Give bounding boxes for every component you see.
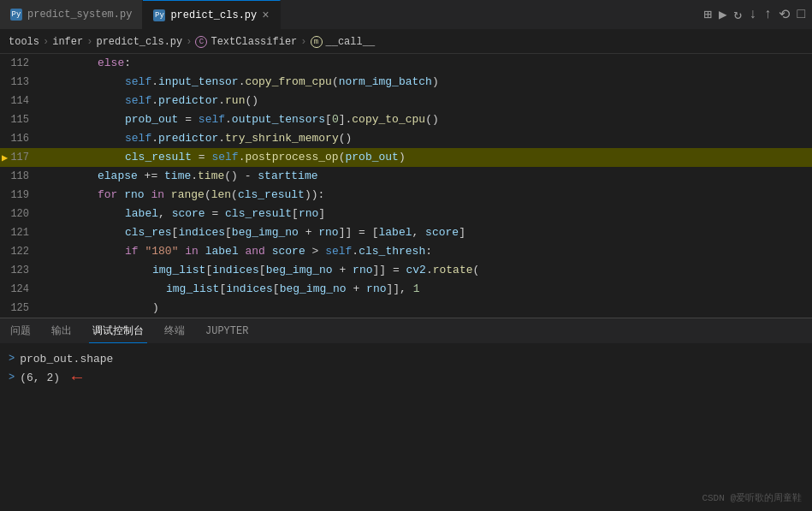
code-content-119: for rno in range(len(cls_result)):	[43, 186, 324, 205]
line-number-124: 124	[0, 283, 43, 295]
prompt-arrow-icon: >	[9, 353, 15, 365]
code-line-123: 123 img_list[indices[beg_img_no + rno]] …	[0, 261, 812, 280]
line-number-116: 116	[0, 133, 43, 145]
breadcrumb-sep-4: ›	[300, 36, 306, 48]
breadcrumb-method-icon: m	[311, 36, 323, 48]
close-icon[interactable]: ×	[262, 9, 269, 21]
code-content-118: elapse += time.time() - starttime	[43, 167, 318, 186]
tab-actions: ⊞ ▶ ↻ ↓ ↑ ⟲ □	[703, 6, 812, 23]
line-number-118: 118	[0, 170, 43, 182]
tab-terminal-label: 终端	[164, 324, 185, 338]
tab-predict-cls[interactable]: Py predict_cls.py ×	[143, 0, 280, 29]
watermark: CSDN @爱听歌的周童鞋	[702, 491, 802, 504]
tabs-container: Py predict_system.py Py predict_cls.py ×	[0, 0, 281, 29]
code-content-125: )	[43, 299, 159, 318]
line-number-123: 123	[0, 264, 43, 276]
breadcrumb-file[interactable]: predict_cls.py	[96, 36, 182, 48]
code-content-116: self.predictor.try_shrink_memory()	[43, 129, 352, 148]
code-content-120: label, score = cls_result[rno]	[43, 205, 325, 223]
line-number-112: 112	[0, 57, 43, 69]
line-number-117: ▶ 117	[0, 152, 43, 163]
line-number-125: 125	[0, 302, 43, 314]
tab-predict-system[interactable]: Py predict_system.py	[0, 0, 143, 29]
code-content-123: img_list[indices[beg_img_no + rno]] = cv…	[43, 261, 479, 280]
terminal-output: (6, 2)	[20, 371, 60, 384]
prompt-arrow-2-icon: >	[9, 371, 15, 383]
line-number-119: 119	[0, 189, 43, 201]
code-line-113: 113 self.input_tensor.copy_from_cpu(norm…	[0, 73, 812, 92]
tab-debug-label: 调试控制台	[92, 324, 144, 338]
code-line-116: 116 self.predictor.try_shrink_memory()	[0, 129, 812, 148]
code-content-115: prob_out = self.output_tensors[0].copy_t…	[43, 110, 439, 129]
code-content-122: if "180" in label and score > self.cls_t…	[43, 242, 432, 261]
code-line-112: 112 else:	[0, 54, 812, 73]
line-number-115: 115	[0, 114, 43, 126]
refresh-icon[interactable]: ↻	[734, 6, 743, 23]
code-line-122: 122 if "180" in label and score > self.c…	[0, 242, 812, 261]
breadcrumb-sep-3: ›	[186, 36, 192, 48]
code-line-119: 119 for rno in range(len(cls_result)):	[0, 186, 812, 205]
tab-terminal[interactable]: 终端	[161, 318, 188, 343]
download-icon[interactable]: ↓	[749, 7, 757, 22]
red-arrow-icon: ←	[72, 368, 82, 388]
line-number-120: 120	[0, 208, 43, 220]
terminal-panel: 问题 输出 调试控制台 终端 JUPYTER > prob_out.shape …	[0, 318, 812, 392]
code-line-121: 121 cls_res[indices[beg_img_no + rno]] =…	[0, 223, 812, 242]
code-line-120: 120 label, score = cls_result[rno]	[0, 205, 812, 223]
code-line-114: 114 self.predictor.run()	[0, 92, 812, 110]
code-editor: 112 else: 113 self.input_tensor.copy_fro…	[0, 54, 812, 318]
breadcrumb-class-icon: C	[195, 36, 207, 48]
breadcrumb-tools[interactable]: tools	[9, 36, 39, 48]
code-content-114: self.predictor.run()	[43, 92, 258, 110]
tab-jupyter-label: JUPYTER	[205, 325, 248, 337]
line-number-121: 121	[0, 227, 43, 239]
breadcrumb-class[interactable]: TextClassifier	[210, 36, 297, 48]
tab-problems[interactable]: 问题	[7, 318, 34, 343]
code-content-117: cls_result = self.postprocess_op(prob_ou…	[43, 148, 406, 167]
tab-bar: Py predict_system.py Py predict_cls.py ×…	[0, 0, 812, 30]
code-line-124: 124 img_list[indices[beg_img_no + rno]],…	[0, 280, 812, 299]
tab-label-predict-cls: predict_cls.py	[170, 9, 257, 21]
tab-output-label: 输出	[51, 324, 72, 338]
maximize-icon[interactable]: □	[797, 7, 805, 22]
code-content-113: self.input_tensor.copy_from_cpu(norm_img…	[43, 73, 439, 92]
breadcrumb-infer[interactable]: infer	[52, 36, 83, 48]
tab-label-predict-system: predict_system.py	[27, 9, 132, 21]
run-icon[interactable]: ▶	[719, 6, 727, 23]
line-number-122: 122	[0, 246, 43, 258]
tab-jupyter[interactable]: JUPYTER	[202, 318, 252, 343]
breadcrumb: tools › infer › predict_cls.py › C TextC…	[0, 30, 812, 54]
split-editor-icon[interactable]: ⊞	[703, 6, 712, 23]
tab-icon-predict-system: Py	[10, 9, 22, 21]
terminal-line-1: > prob_out.shape	[9, 349, 803, 368]
breadcrumb-sep-2: ›	[86, 36, 92, 48]
tab-output[interactable]: 输出	[48, 318, 75, 343]
code-line-115: 115 prob_out = self.output_tensors[0].co…	[0, 110, 812, 129]
code-line-118: 118 elapse += time.time() - starttime	[0, 167, 812, 186]
panel-tabs: 问题 输出 调试控制台 终端 JUPYTER	[0, 318, 812, 344]
code-line-125: 125 )	[0, 299, 812, 318]
breadcrumb-sep-1: ›	[43, 36, 49, 48]
code-content-121: cls_res[indices[beg_img_no + rno]] = [la…	[43, 223, 465, 242]
code-content-124: img_list[indices[beg_img_no + rno]], 1	[43, 280, 420, 299]
line-number-114: 114	[0, 95, 43, 107]
code-line-117: ▶ 117 cls_result = self.postprocess_op(p…	[0, 148, 812, 167]
code-content-112: else:	[43, 54, 131, 73]
tab-icon-predict-cls: Py	[153, 9, 165, 21]
terminal-command: prob_out.shape	[20, 353, 113, 365]
tab-debug-console[interactable]: 调试控制台	[89, 318, 147, 343]
terminal-line-2: > (6, 2) ←	[9, 368, 803, 387]
debug-arrow-icon: ▶	[2, 152, 8, 164]
terminal-content: > prob_out.shape > (6, 2) ←	[0, 344, 812, 392]
tab-problems-label: 问题	[10, 324, 31, 338]
upload-icon[interactable]: ↑	[764, 7, 773, 22]
line-number-113: 113	[0, 76, 43, 88]
breadcrumb-method[interactable]: __call__	[326, 36, 376, 48]
undo-icon[interactable]: ⟲	[779, 6, 790, 23]
